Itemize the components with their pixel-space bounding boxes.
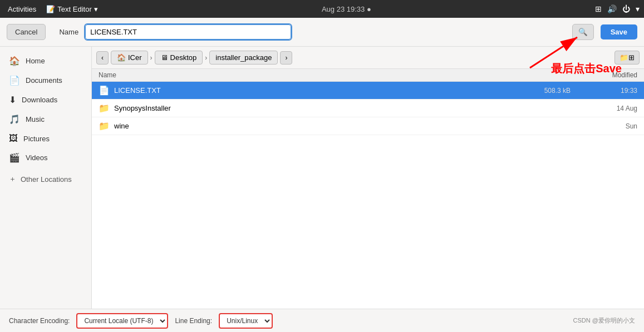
file-area: ‹ 🏠 ICer › 🖥 Desktop › installer_package… <box>92 47 644 309</box>
datetime-display: Aug 23 19:33 ● <box>322 5 371 13</box>
folder-icon: 📁 <box>99 103 110 113</box>
sidebar-item-documents[interactable]: 📄 Documents <box>0 71 91 90</box>
encoding-label: Character Encoding: <box>9 317 70 325</box>
sidebar-item-videos[interactable]: 🎬 Videos <box>0 148 91 167</box>
breadcrumb-separator-2: › <box>205 54 207 62</box>
line-ending-label: Line Ending: <box>175 317 212 325</box>
back-button[interactable]: ‹ <box>96 51 109 65</box>
table-row[interactable]: 📄 LICENSE.TXT 508.3 kB 19:33 <box>92 82 644 100</box>
chevron-down-icon: ▾ <box>94 5 98 13</box>
sidebar: 🏠 Home 📄 Documents ⬇ Downloads 🎵 Music 🖼… <box>0 47 92 309</box>
dialog-body: 🏠 Home 📄 Documents ⬇ Downloads 🎵 Music 🖼… <box>0 47 644 309</box>
music-icon: 🎵 <box>9 114 20 125</box>
sidebar-item-home[interactable]: 🏠 Home <box>0 51 91 71</box>
table-row[interactable]: 📁 SynopsysInstaller 14 Aug <box>92 100 644 117</box>
filename-input[interactable] <box>85 24 291 39</box>
chevron-down-icon-tray: ▾ <box>636 4 640 13</box>
dialog-header: Cancel Name 🔍 Save <box>0 18 644 47</box>
sidebar-item-music[interactable]: 🎵 Music <box>0 110 91 129</box>
line-ending-select[interactable]: Unix/Linux <box>219 313 273 329</box>
plus-icon: ＋ <box>9 174 16 184</box>
save-button[interactable]: Save <box>601 24 637 39</box>
breadcrumb-desktop[interactable]: 🖥 Desktop <box>155 51 203 65</box>
bottom-bar: Character Encoding: Current Locale (UTF-… <box>0 309 644 332</box>
cancel-button[interactable]: Cancel <box>7 24 46 40</box>
name-label: Name <box>59 28 78 36</box>
breadcrumb-installer[interactable]: installer_package <box>209 51 278 65</box>
pictures-icon: 🖼 <box>9 133 18 143</box>
file-icon: 📄 <box>99 85 110 96</box>
breadcrumb-icer[interactable]: 🏠 ICer <box>111 51 148 65</box>
home-icon-small: 🏠 <box>117 53 126 62</box>
documents-icon: 📄 <box>9 75 20 86</box>
new-folder-icon: 📁⊞ <box>620 53 635 62</box>
videos-icon: 🎬 <box>9 152 20 163</box>
windows-icon: ⊞ <box>595 4 602 13</box>
downloads-icon: ⬇ <box>9 95 16 105</box>
watermark-text: CSDN @爱你明的小文 <box>573 316 635 325</box>
desktop-icon: 🖥 <box>161 53 168 62</box>
forward-button[interactable]: › <box>280 51 292 65</box>
encoding-select[interactable]: Current Locale (UTF-8) <box>76 313 168 329</box>
folder-icon: 📁 <box>99 121 110 131</box>
new-folder-button[interactable]: 📁⊞ <box>614 51 640 65</box>
search-button[interactable]: 🔍 <box>572 24 594 40</box>
system-tray: ⊞ 🔊 ⏻ ▾ <box>595 4 640 13</box>
activities-button[interactable]: Activities <box>4 4 40 14</box>
search-icon: 🔍 <box>578 28 588 36</box>
sidebar-item-pictures[interactable]: 🖼 Pictures <box>0 129 91 148</box>
breadcrumb-separator-1: › <box>150 54 153 62</box>
file-list-header: Name Modified <box>92 69 644 82</box>
top-bar: Activities 📝 Text Editor ▾ Aug 23 19:33 … <box>0 0 644 18</box>
save-dialog: Cancel Name 🔍 Save 🏠 Home 📄 Documents ⬇ … <box>0 18 644 332</box>
sidebar-item-downloads[interactable]: ⬇ Downloads <box>0 90 91 110</box>
table-row[interactable]: 📁 wine Sun <box>92 117 644 135</box>
breadcrumb-bar: ‹ 🏠 ICer › 🖥 Desktop › installer_package… <box>92 47 644 69</box>
home-icon: 🏠 <box>9 56 20 66</box>
app-icon: 📝 <box>46 5 55 13</box>
volume-icon: 🔊 <box>607 4 617 13</box>
other-locations-item[interactable]: ＋ Other Locations <box>0 170 91 189</box>
file-list: Name Modified 📄 LICENSE.TXT 508.3 kB 19:… <box>92 69 644 309</box>
power-icon: ⏻ <box>622 4 630 13</box>
text-editor-menu[interactable]: 📝 Text Editor ▾ <box>46 5 97 13</box>
